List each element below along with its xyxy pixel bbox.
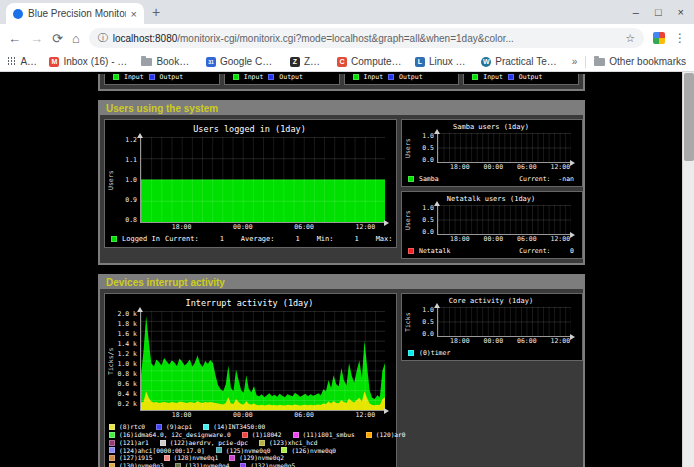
tab-close-icon[interactable]: ×: [131, 8, 137, 20]
y-axis-ticks: 1.00.50.0: [413, 133, 437, 163]
x-tick-label: 12:00: [550, 236, 570, 243]
plot-area: [437, 205, 571, 235]
x-axis-ticks: 18:0000:0006:0012:00: [437, 236, 571, 245]
users-logged-in-graph[interactable]: Users logged in (1day) Users 1.21.11.00.…: [104, 119, 397, 248]
legend-label: Samba: [419, 175, 439, 183]
gmail-icon: M: [49, 57, 59, 67]
legend-color-swatch: [259, 440, 265, 446]
x-tick-label: 12:00: [550, 164, 570, 171]
bookmark-item-computerworld[interactable]: C Computerworld: [337, 56, 402, 67]
forward-button[interactable]: →: [30, 31, 43, 46]
legend-color-swatch: [366, 432, 372, 438]
interrupts-section: Devices interrupt activity Interrupt act…: [98, 274, 585, 467]
back-button[interactable]: ←: [8, 31, 21, 46]
url-host: localhost:8080: [113, 33, 178, 44]
y-axis-ticks: 1.21.11.00.90.8: [116, 137, 140, 223]
legend-color-swatch: [175, 463, 181, 467]
x-tick-label: 00:00: [483, 338, 503, 345]
network-graph-panel[interactable]: InputOutput: [344, 74, 460, 85]
plot-area: [140, 311, 385, 411]
legend-color-swatch: [149, 74, 155, 80]
bookmark-item-bookmarks-folder[interactable]: Bookmarks: [141, 56, 193, 67]
x-tick-label: 06:00: [294, 224, 314, 231]
bookmarks-overflow-chevron[interactable]: »: [572, 56, 578, 67]
legend-label: (120)ar0: [376, 431, 406, 439]
y-tick-label: 1.0: [413, 205, 434, 212]
plot-area: [437, 307, 571, 337]
network-graph-panel[interactable]: InputOutput: [104, 74, 220, 85]
folder-icon: [594, 58, 605, 66]
legend-color-swatch: [353, 74, 359, 80]
bookmarks-bar: Apps M Inbox (16) - sjvn0... Bookmarks 3…: [0, 52, 694, 72]
y-axis-ticks: 1.00.50.0: [413, 205, 437, 235]
legend-color-swatch: [242, 432, 248, 438]
x-axis-ticks: 18:0000:0006:0012:00: [140, 412, 385, 421]
legend-label: (129)nvme0q2: [239, 454, 284, 462]
site-favicon-icon: [13, 9, 23, 19]
bookmark-item-google-calendar[interactable]: 31 Google Calendar: [206, 56, 277, 67]
home-button[interactable]: ⌂: [72, 31, 80, 46]
maximize-button[interactable]: □: [655, 6, 662, 18]
legend-color-swatch: [229, 455, 235, 461]
scrollbar-thumb[interactable]: [684, 73, 694, 161]
graph-legend: Logged InCurrent: 1 Average: 1 Min: 1 Ma…: [107, 233, 392, 245]
url-text: localhost:8080/monitorix-cgi/monitorix.c…: [113, 33, 514, 44]
tab-title: Blue Precision Monitorix: [28, 8, 126, 19]
browser-menu-icon[interactable]: ⋮: [674, 31, 686, 45]
address-bar[interactable]: ⓘ localhost:8080/monitorix-cgi/monitorix…: [89, 28, 644, 48]
close-button[interactable]: ×: [678, 6, 684, 18]
legend-color-swatch: [109, 432, 115, 438]
plot-area: [437, 133, 571, 163]
extension-icon[interactable]: [653, 32, 665, 44]
apps-shortcut[interactable]: Apps: [8, 56, 36, 67]
y-axis-label: Ticks: [404, 307, 413, 337]
bookmark-star-icon[interactable]: ☆: [625, 32, 635, 45]
navigation-bar: ← → ⟳ ⌂ ⓘ localhost:8080/monitorix-cgi/m…: [0, 24, 694, 52]
bookmark-item-inbox[interactable]: M Inbox (16) - sjvn0...: [49, 56, 128, 67]
other-bookmarks-button[interactable]: Other bookmarks: [594, 56, 686, 67]
graph-legend: InputOutput: [109, 74, 185, 82]
y-tick-label: 1.1: [116, 157, 137, 164]
legend-label: (130)nvme0q3: [119, 462, 164, 467]
legend-color-swatch: [293, 432, 299, 438]
y-tick-label: 1.2 k: [116, 351, 137, 358]
y-tick-label: 1.0 k: [116, 361, 137, 368]
y-axis-arrow-icon: [137, 307, 143, 312]
network-graph-panel[interactable]: InputOutput: [224, 74, 340, 85]
legend-color-swatch: [408, 176, 414, 182]
browser-tab[interactable]: Blue Precision Monitorix ×: [6, 3, 144, 24]
samba-users-graph[interactable]: Samba users (1day) Users 1.00.50.0: [401, 119, 583, 187]
legend-stats: Current: -nan: [519, 175, 576, 183]
legend-color-swatch: [109, 440, 115, 446]
legend-label: Output: [160, 74, 183, 81]
users-section: Users using the system Users logged in (…: [98, 100, 585, 265]
graph-legend: SambaCurrent: -nan: [404, 173, 578, 184]
x-tick-label: 12:00: [550, 338, 570, 345]
scrollbar[interactable]: [682, 72, 694, 467]
section-title: Users using the system: [100, 102, 583, 115]
bookmark-item-zdnet[interactable]: Z ZDNet: [290, 56, 324, 67]
page-info-icon[interactable]: ⓘ: [98, 31, 108, 45]
bookmark-item-linux-today[interactable]: L Linux Today: [415, 56, 468, 67]
legend-color-swatch: [281, 447, 287, 453]
netatalk-users-graph[interactable]: Netatalk users (1day) Users 1.00.50.0: [401, 191, 583, 259]
interrupt-activity-graph[interactable]: Interrupt activity (1day) Ticks/s 2.0 k1…: [104, 293, 397, 467]
bookmark-item-practical-technology[interactable]: W Practical Technol...: [481, 56, 559, 67]
y-tick-label: 0.8 k: [116, 371, 137, 378]
tab-strip: Blue Precision Monitorix × + – □ ×: [0, 0, 694, 24]
y-axis-arrow-icon: [434, 129, 440, 134]
network-graph-panel[interactable]: InputOutput: [463, 74, 579, 85]
reload-button[interactable]: ⟳: [52, 31, 63, 46]
legend-row: InputOutput: [113, 74, 183, 81]
new-tab-button[interactable]: +: [152, 4, 160, 20]
legend-row: (127)i915(128)nvme0q1(129)nvme0q2: [109, 454, 390, 462]
graph-legend: (8)rtc0(9)acpi(14)INT3450:00(16)idma64.0…: [107, 421, 392, 467]
legend-label: Output: [279, 74, 302, 81]
legend-label: Input: [364, 74, 384, 81]
legend-row: InputOutput: [353, 74, 423, 81]
minimize-button[interactable]: –: [633, 6, 639, 18]
legend-label: (1)i8042: [252, 431, 282, 439]
core-activity-graph[interactable]: Core activity (1day) Ticks 1.00.50.0: [401, 293, 583, 361]
legend-label: (125)nvme0q0: [226, 447, 271, 455]
legend-color-swatch: [111, 236, 117, 242]
